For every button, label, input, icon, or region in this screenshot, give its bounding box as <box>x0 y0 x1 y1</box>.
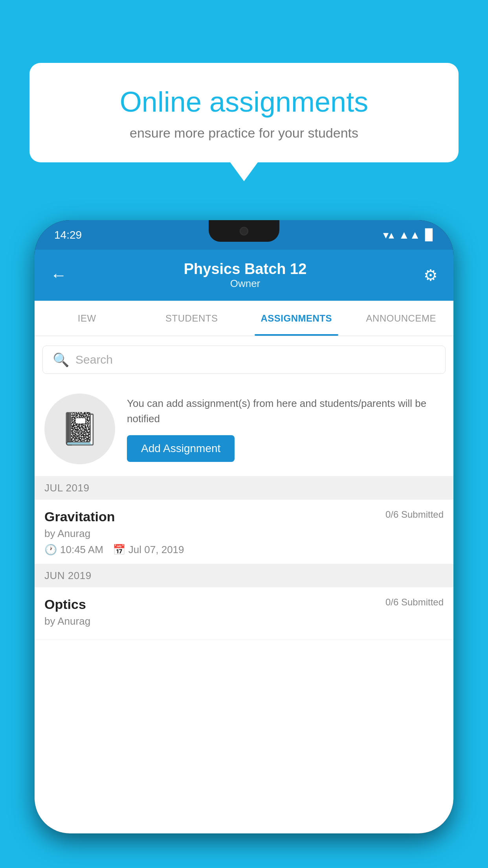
search-bar[interactable]: 🔍 Search <box>42 346 446 374</box>
assignment-date: Jul 07, 2019 <box>128 544 184 556</box>
assignment-item-gravitation[interactable]: Gravitation 0/6 Submitted by Anurag 🕐 10… <box>35 500 453 564</box>
add-assignment-section: 📓 You can add assignment(s) from here an… <box>35 382 453 476</box>
tab-students[interactable]: STUDENTS <box>139 301 244 336</box>
calendar-icon: 📅 <box>113 544 125 556</box>
tab-overview[interactable]: IEW <box>35 301 139 336</box>
speech-bubble-title: Online assignments <box>57 86 431 118</box>
search-placeholder: Search <box>75 353 113 366</box>
tab-assignments[interactable]: ASSIGNMENTS <box>244 301 349 336</box>
signal-icon: ▲▲ <box>399 229 420 241</box>
batch-role: Owner <box>67 278 424 290</box>
assignment-icon-circle: 📓 <box>44 394 115 464</box>
status-icons: ▾▴ ▲▲ ▉ <box>383 228 434 241</box>
assignment-author-optics: by Anurag <box>44 615 444 627</box>
speech-bubble-subtitle: ensure more practice for your students <box>57 125 431 141</box>
speech-bubble-area: Online assignments ensure more practice … <box>29 63 459 162</box>
assignment-time-meta: 🕐 10:45 AM <box>44 544 103 556</box>
month-header-jul: JUL 2019 <box>35 476 453 500</box>
phone-notch <box>209 220 279 242</box>
batch-title: Physics Batch 12 <box>67 261 424 278</box>
assignment-submitted-optics: 0/6 Submitted <box>385 597 444 608</box>
month-header-jun: JUN 2019 <box>35 564 453 587</box>
speech-bubble: Online assignments ensure more practice … <box>29 63 459 162</box>
add-assignment-button[interactable]: Add Assignment <box>127 435 235 462</box>
battery-icon: ▉ <box>425 228 434 241</box>
assignment-author: by Anurag <box>44 528 444 540</box>
assignment-time: 10:45 AM <box>60 544 103 556</box>
assignment-submitted: 0/6 Submitted <box>385 509 444 520</box>
assignment-info-text: You can add assignment(s) from here and … <box>127 396 444 427</box>
phone-container: 14:29 ▾▴ ▲▲ ▉ ← Physics Batch 12 Owner ⚙… <box>35 220 453 868</box>
assignment-item-header: Gravitation 0/6 Submitted <box>44 509 444 524</box>
tabs-bar: IEW STUDENTS ASSIGNMENTS ANNOUNCEME <box>35 301 453 336</box>
search-icon: 🔍 <box>53 352 69 368</box>
phone: 14:29 ▾▴ ▲▲ ▉ ← Physics Batch 12 Owner ⚙… <box>35 220 453 833</box>
back-button[interactable]: ← <box>50 266 67 285</box>
app-header: ← Physics Batch 12 Owner ⚙ <box>35 250 453 301</box>
assignment-info: You can add assignment(s) from here and … <box>127 396 444 462</box>
assignment-item-optics[interactable]: Optics 0/6 Submitted by Anurag <box>35 587 453 640</box>
assignment-item-header-optics: Optics 0/6 Submitted <box>44 597 444 612</box>
assignment-name: Gravitation <box>44 509 115 524</box>
wifi-icon: ▾▴ <box>383 228 394 241</box>
header-title-area: Physics Batch 12 Owner <box>67 261 424 290</box>
clock-icon: 🕐 <box>44 544 57 556</box>
screen-content: 🔍 Search 📓 You can add assignment(s) fro… <box>35 336 453 833</box>
notebook-icon: 📓 <box>60 410 99 447</box>
status-time: 14:29 <box>54 229 82 241</box>
status-bar: 14:29 ▾▴ ▲▲ ▉ <box>35 220 453 250</box>
assignment-name-optics: Optics <box>44 597 86 612</box>
camera-lens <box>240 227 248 235</box>
assignment-date-meta: 📅 Jul 07, 2019 <box>113 544 184 556</box>
tab-announcements[interactable]: ANNOUNCEME <box>349 301 454 336</box>
settings-icon[interactable]: ⚙ <box>424 266 438 284</box>
assignment-meta: 🕐 10:45 AM 📅 Jul 07, 2019 <box>44 544 444 556</box>
